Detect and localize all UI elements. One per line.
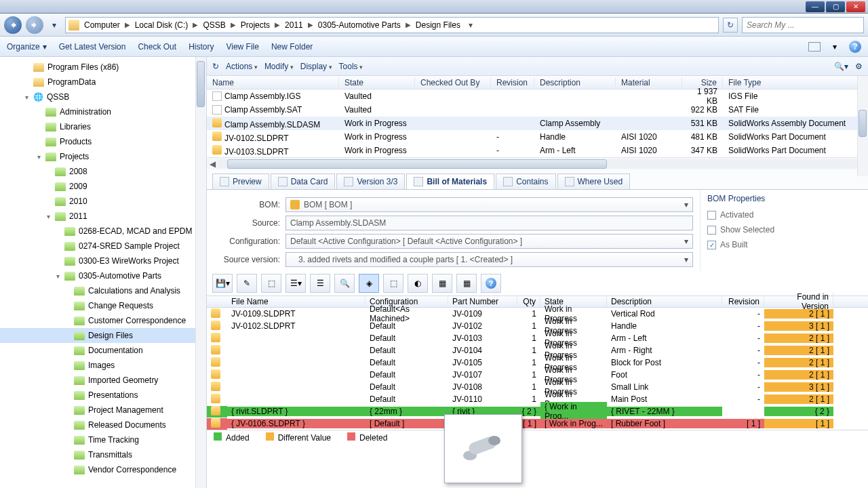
grid-hscrollbar[interactable]: ◀▶ xyxy=(207,157,868,169)
check-out-button[interactable]: Check Out xyxy=(138,42,176,52)
file-row[interactable]: Clamp Assembly.SLDASMWork in ProgressCla… xyxy=(207,117,868,130)
display-menu[interactable]: Display xyxy=(300,62,332,71)
bomcol-qty[interactable]: Qty xyxy=(517,297,540,306)
breadcrumb-item[interactable]: Local Disk (C:) xyxy=(133,19,191,31)
tab-whereused[interactable]: Where Used xyxy=(557,174,631,189)
chevron-icon[interactable]: ▾ xyxy=(35,153,42,161)
organize-menu[interactable]: Organize ▾ xyxy=(7,42,47,52)
bom-row[interactable]: DefaultJV-01101Work in ProgressMain Post… xyxy=(207,393,868,405)
showselected-checkbox[interactable] xyxy=(707,226,716,235)
chevron-icon[interactable]: ▾ xyxy=(54,272,61,280)
bom-row[interactable]: JV-0109.SLDPRTDefault<As Machined>JV-010… xyxy=(207,308,868,320)
bomcol-rev[interactable]: Revision xyxy=(722,297,764,306)
chevron-icon[interactable]: ▾ xyxy=(45,213,52,220)
bom-indent-button[interactable]: ☰▾ xyxy=(285,274,306,293)
tree-item[interactable]: Project Management xyxy=(0,403,206,418)
tree-item[interactable]: Products xyxy=(0,134,206,149)
bom-tool-11[interactable]: ▦ xyxy=(456,274,477,293)
window-maximize-button[interactable]: ▢ xyxy=(826,1,845,12)
tree-scrollbar[interactable] xyxy=(195,57,206,488)
bom-tool-2[interactable]: ✎ xyxy=(237,274,257,293)
nav-history-dropdown[interactable]: ▾ xyxy=(47,16,61,34)
file-row[interactable]: Clamp Assembly.SATVaulted922 KBSAT File xyxy=(207,103,868,117)
view-file-button[interactable]: View File xyxy=(226,42,258,52)
col-name[interactable]: Name xyxy=(207,78,339,87)
tree-item[interactable]: Documentation xyxy=(0,343,206,358)
tools-menu[interactable]: Tools xyxy=(339,62,363,71)
actions-menu[interactable]: Actions xyxy=(226,62,258,71)
tree-item[interactable]: Presentations xyxy=(0,388,206,403)
new-folder-button[interactable]: New Folder xyxy=(271,42,313,52)
tree-item[interactable]: 0268-ECAD, MCAD and EPDM xyxy=(0,224,206,239)
refresh-icon[interactable]: ↻ xyxy=(212,62,219,71)
folder-tree[interactable]: Program Files (x86)ProgramData▾🌐QSSBAdmi… xyxy=(0,57,207,488)
bom-row[interactable]: DefaultJV-01041Work in ProgressArm - Rig… xyxy=(207,344,868,357)
col-material[interactable]: Material xyxy=(616,78,682,87)
tree-item[interactable]: Vendor Correspondence xyxy=(0,462,206,477)
tree-item[interactable]: 0300-E3 WireWorks Project xyxy=(0,253,206,268)
window-minimize-button[interactable]: — xyxy=(806,1,825,12)
tree-item[interactable]: Administration xyxy=(0,104,206,119)
tree-item[interactable]: Change Requests xyxy=(0,298,206,313)
bomcol-partnumber[interactable]: Part Number xyxy=(448,297,517,306)
tree-item[interactable]: Transmittals xyxy=(0,447,206,462)
bom-save-button[interactable]: 💾▾ xyxy=(212,274,233,293)
config-combo[interactable]: Default <Active Configuration> [ Default… xyxy=(285,234,693,249)
tree-item[interactable]: Images xyxy=(0,358,206,373)
tree-item[interactable]: Libraries xyxy=(0,119,206,134)
get-latest-version-button[interactable]: Get Latest Version xyxy=(59,42,126,52)
modify-menu[interactable]: Modify xyxy=(264,62,294,71)
file-row[interactable]: JV-0103.SLDPRTWork in Progress-Arm - Lef… xyxy=(207,144,868,157)
bom-row[interactable]: DefaultJV-01081Work in ProgressSmall Lin… xyxy=(207,381,868,393)
tree-item[interactable]: Program Files (x86) xyxy=(0,60,206,75)
tree-item[interactable]: 0274-SRED Sample Project xyxy=(0,239,206,253)
breadcrumb-item[interactable]: Computer xyxy=(82,19,122,31)
bomcol-filename[interactable]: File Name xyxy=(227,297,366,306)
bom-flat-button[interactable]: ☰ xyxy=(310,274,330,293)
view-dropdown-icon[interactable]: ▾ xyxy=(833,42,837,52)
srcver-combo[interactable]: 3. added rivets and modified a couple pa… xyxy=(285,252,693,267)
chevron-icon[interactable]: ▾ xyxy=(23,94,30,101)
tree-item[interactable]: Imported Geometry xyxy=(0,373,206,388)
bom-help-button[interactable]: ? xyxy=(481,274,501,293)
bom-row[interactable]: DefaultJV-01051Work in ProgressBlock for… xyxy=(207,357,868,369)
bom-tool-8[interactable]: ⬚ xyxy=(383,274,403,293)
col-checkedoutby[interactable]: Checked Out By xyxy=(415,78,491,87)
tree-item[interactable]: ProgramData xyxy=(0,75,206,89)
tab-preview[interactable]: Preview xyxy=(212,174,269,189)
breadcrumb-item[interactable]: QSSB xyxy=(201,19,227,31)
bom-tool-9[interactable]: ◐ xyxy=(408,274,428,293)
col-revision[interactable]: Revision xyxy=(491,78,534,87)
tree-item[interactable]: Calculations and Analysis xyxy=(0,283,206,298)
search-input[interactable]: Search My ... xyxy=(742,17,864,33)
col-size[interactable]: Size xyxy=(682,78,723,87)
breadcrumb-item[interactable]: Projects xyxy=(239,19,272,31)
address-bar[interactable]: Computer▶Local Disk (C:)▶QSSB▶Projects▶2… xyxy=(65,17,719,33)
breadcrumb-item[interactable]: 0305-Automotive Parts xyxy=(316,19,403,31)
tab-version[interactable]: Version 3/3 xyxy=(336,174,405,189)
nav-back-button[interactable] xyxy=(4,16,22,34)
view-options-button[interactable] xyxy=(808,42,821,52)
tab-contains[interactable]: Contains xyxy=(496,174,555,189)
file-row[interactable]: Clamp Assembly.IGSVaulted1 937 KBIGS Fil… xyxy=(207,89,868,103)
tree-item[interactable]: Released Documents xyxy=(0,418,206,432)
grid-vscrollbar[interactable] xyxy=(857,76,868,176)
tree-item[interactable]: Customer Correspondence xyxy=(0,313,206,328)
col-description[interactable]: Description xyxy=(534,78,616,87)
tree-item[interactable]: Design Files xyxy=(0,328,206,343)
tree-item[interactable]: 2008 xyxy=(0,164,206,179)
tree-item[interactable]: ▾2011 xyxy=(0,209,206,224)
bom-tool-10[interactable]: ▦ xyxy=(432,274,452,293)
breadcrumb-item[interactable]: Design Files xyxy=(414,19,462,31)
bom-combo[interactable]: BOM [ BOM ] xyxy=(285,197,693,212)
asbuilt-checkbox[interactable]: ✓ xyxy=(707,241,716,249)
file-row[interactable]: JV-0102.SLDPRTWork in Progress-HandleAIS… xyxy=(207,130,868,144)
tree-item[interactable]: 2009 xyxy=(0,179,206,194)
options-icon[interactable]: ⚙ xyxy=(855,62,863,71)
bom-row[interactable]: { rivit.SLDPRT }{ 22mm }{ rivit }{ 2 }{ … xyxy=(207,405,868,418)
tree-item[interactable]: ▾🌐QSSB xyxy=(0,89,206,104)
address-dropdown-icon[interactable]: ▾ xyxy=(465,20,476,30)
tab-datacard[interactable]: Data Card xyxy=(271,174,336,189)
tree-item[interactable]: Time Tracking xyxy=(0,432,206,447)
bom-row[interactable]: { JV-0106.SLDPRT }[ Default ][ JV-0106 ]… xyxy=(207,418,868,430)
